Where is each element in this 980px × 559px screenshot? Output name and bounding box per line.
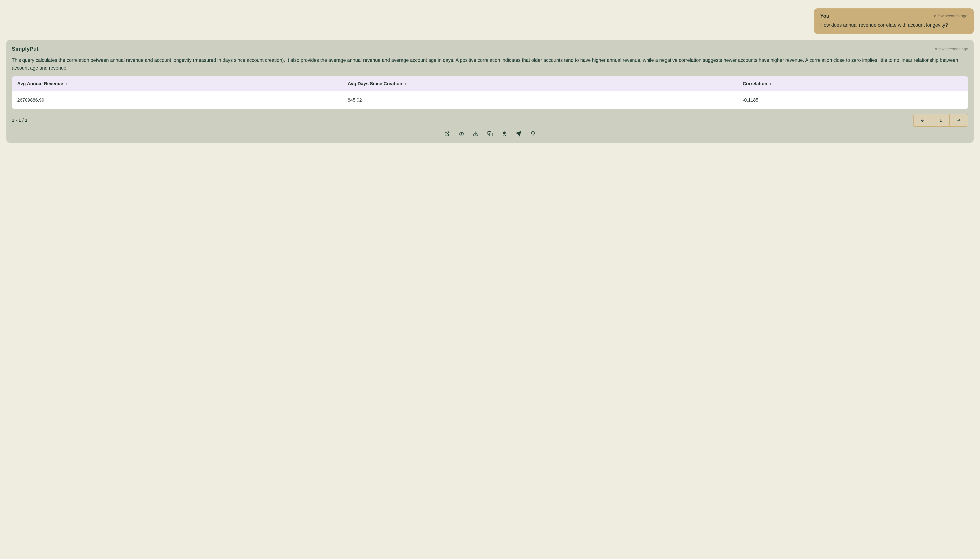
svg-point-6 — [503, 132, 506, 134]
pagination-range: 1 - 1 / 1 — [12, 117, 28, 123]
results-table: Avg Annual Revenue ↕ Avg Days Since Crea… — [12, 76, 968, 109]
code-icon — [459, 131, 464, 137]
open-external-button[interactable] — [444, 131, 450, 137]
column-header-correlation[interactable]: Correlation ↕ — [733, 76, 968, 91]
award-button[interactable] — [501, 131, 507, 137]
lightbulb-icon — [530, 131, 536, 137]
send-button[interactable] — [515, 131, 522, 137]
pagination-prev-button[interactable] — [914, 114, 932, 126]
pagination-next-button[interactable] — [950, 114, 968, 126]
user-message-row: You a few seconds ago How does annual re… — [6, 8, 974, 34]
svg-line-2 — [447, 132, 449, 134]
award-icon — [502, 131, 507, 137]
column-header-avg-days-since-creation[interactable]: Avg Days Since Creation ↕ — [338, 76, 733, 91]
assistant-message-card: SimplyPut a few seconds ago This query c… — [6, 40, 974, 143]
user-sender-label: You — [820, 13, 830, 19]
arrow-right-icon — [957, 118, 961, 122]
column-header-label: Avg Annual Revenue — [17, 81, 63, 86]
idea-button[interactable] — [530, 131, 536, 137]
svg-rect-5 — [489, 133, 492, 136]
assistant-sender-label: SimplyPut — [12, 46, 38, 52]
user-message-bubble: You a few seconds ago How does annual re… — [814, 8, 974, 34]
pagination-page-number[interactable]: 1 — [932, 114, 950, 126]
column-header-avg-annual-revenue[interactable]: Avg Annual Revenue ↕ — [12, 76, 338, 91]
download-icon — [473, 131, 478, 137]
sort-icon: ↕ — [769, 81, 772, 86]
column-header-label: Correlation — [742, 81, 767, 86]
column-header-label: Avg Days Since Creation — [348, 81, 403, 86]
sort-icon: ↕ — [404, 81, 407, 86]
cell-avg-annual-revenue: 26709886.99 — [12, 91, 338, 109]
assistant-body-text: This query calculates the correlation be… — [12, 56, 968, 72]
assistant-timestamp: a few seconds ago — [935, 47, 968, 51]
download-button[interactable] — [473, 131, 479, 137]
pagination-controls: 1 — [913, 114, 968, 127]
action-toolbar — [12, 131, 968, 137]
copy-icon — [487, 131, 493, 137]
cell-correlation: -0.1185 — [733, 91, 968, 109]
cell-avg-days-since-creation: 845.02 — [338, 91, 733, 109]
external-link-icon — [444, 131, 450, 137]
send-icon — [516, 131, 521, 137]
table-header-row: Avg Annual Revenue ↕ Avg Days Since Crea… — [12, 76, 968, 91]
svg-line-3 — [461, 132, 462, 135]
view-code-button[interactable] — [458, 131, 465, 137]
copy-button[interactable] — [487, 131, 493, 137]
sort-icon: ↕ — [65, 81, 68, 86]
user-message-text: How does annual revenue correlate with a… — [820, 22, 967, 28]
arrow-left-icon — [920, 118, 925, 122]
user-timestamp: a few seconds ago — [934, 14, 967, 18]
table-row: 26709886.99 845.02 -0.1185 — [12, 91, 968, 109]
